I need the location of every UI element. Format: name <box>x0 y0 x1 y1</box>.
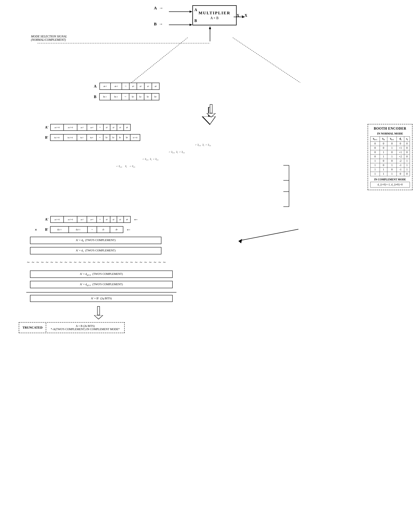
booth-table-cell: 1 <box>371 172 380 176</box>
svg-line-8 <box>131 38 188 83</box>
input-a-label: A → <box>154 6 163 11</box>
complement-mode-title: IN COMPLEMENT MODE <box>370 178 410 181</box>
register-a-prime: A' aq-1=0 aq-2=0 aq-3 aq-4 ~ a3 a2 a1 a0 <box>45 124 131 131</box>
down-arrow-2 <box>94 306 103 320</box>
final-result-box: TRUNCATED A × B (2k BITS) *-A(TWO'S COMP… <box>19 322 125 333</box>
separator-line <box>26 292 176 292</box>
port-a-label: A <box>194 8 197 12</box>
booth-encoder-box: BOOTH ENCODER IN NORMAL MODE b2i+1 b2i b… <box>368 124 413 190</box>
final-content: A × B (2k BITS) *-A(TWO'S COMPLEMENT) IN… <box>46 322 124 333</box>
mode-selection-label: MODE SELECTION SIGNAL (NORMAL/COMPLEMENT… <box>31 35 67 42</box>
product-row-1: A' × d1 (TWO'S COMPLEMENT) <box>30 247 161 254</box>
booth-table-cell: 1 <box>380 167 387 172</box>
booth-table-cell: 0 <box>371 141 380 146</box>
svg-rect-24 <box>210 105 212 113</box>
booth-table: b2i+1 b2i b2i-1 di si 00000001+10010+100… <box>370 136 410 176</box>
register-b-top: B bk-1 bk-2 ~ b3 b2 b1 b0 <box>94 93 159 100</box>
booth-group-2: ⌐ 2i+1 2i ⌐ 2i-1 <box>169 150 185 154</box>
multiplier-title: MULTIPLIER <box>198 11 230 15</box>
booth-table-cell: 1 <box>380 150 387 154</box>
booth-table-cell: 1 <box>387 146 397 150</box>
down-arrow-1 <box>206 104 216 118</box>
booth-table-cell: 0 <box>404 154 410 159</box>
product-row-q2-1: A' × dq/2-1 (TWO'S COMPLEMENT) <box>30 281 173 288</box>
multiply-symbol: × <box>35 227 37 232</box>
product-row-q2-2: A' × dq/2-2 (TWO'S COMPLEMENT) <box>30 271 173 278</box>
svg-marker-3 <box>190 24 192 26</box>
booth-group-4: ⌐ 2i+1 2i ⌐ 2i-1 <box>116 164 135 168</box>
register-a-top: A ak-1 ak-2 ~ a3 a2 a1 a0 <box>94 83 160 90</box>
booth-table-cell: 1 <box>404 163 410 167</box>
register-b-prime: B' bq-1=0 bq-2=0 bq-3 bq-4 ~ b3 b2 b1 b0… <box>45 134 140 141</box>
booth-table-cell: 0 <box>404 150 410 154</box>
booth-table-cell: 1 <box>371 167 380 172</box>
svg-marker-29 <box>95 316 102 319</box>
booth-table-cell: 0 <box>387 159 397 163</box>
booth-table-cell: 0 <box>387 167 397 172</box>
product-row-0: A' × d0 (TWO'S COMPLEMENT) <box>30 237 161 244</box>
booth-table-cell: 0 <box>380 159 387 163</box>
booth-table-cell: -1 <box>397 163 404 167</box>
booth-encoder-title: BOOTH ENCODER <box>370 127 410 131</box>
booth-table-cell: 0 <box>371 146 380 150</box>
booth-group-1: ⌐ 2i+1 2i ⌐ 2i-1 <box>195 143 211 146</box>
register-a-prime-2: A' aq-1=0 aq-2=0 aq-3 an-4 ~ a3 a2 a1 a0… <box>45 216 138 223</box>
register-b-prime-2: B' dq/2-1 dq/2-2 ~ d1 d0 ← <box>45 226 131 233</box>
booth-table-cell: +1 <box>397 146 404 150</box>
truncated-label: TRUNCATED <box>19 323 46 332</box>
booth-table-cell: 0 <box>380 163 387 167</box>
normal-mode-title: IN NORMAL MODE <box>370 132 410 135</box>
booth-table-cell: 1 <box>404 159 410 163</box>
svg-line-19 <box>240 229 298 240</box>
booth-group-3: ⌐ 2i+1 2i ⌐ 2i-1 <box>143 158 158 161</box>
booth-table-cell: 1 <box>371 159 380 163</box>
booth-table-cell: 0 <box>397 172 404 176</box>
booth-table-cell: 1 <box>387 163 397 167</box>
booth-table-cell: 1 <box>380 154 387 159</box>
booth-table-cell: 0 <box>404 141 410 146</box>
booth-table-cell: 0 <box>371 154 380 159</box>
booth-table-cell: -2 <box>397 159 404 163</box>
svg-line-9 <box>233 38 300 83</box>
svg-rect-28 <box>98 307 99 315</box>
booth-table-cell: 0 <box>404 172 410 176</box>
multiplier-formula: A × B <box>198 16 230 20</box>
output-x-end: X <box>245 13 247 18</box>
port-b-label: B <box>194 19 197 23</box>
booth-table-cell: 0 <box>371 150 380 154</box>
multiplier-box: A B MULTIPLIER A × B X → X <box>192 5 237 25</box>
svg-marker-25 <box>207 114 215 117</box>
booth-table-cell: +2 <box>397 154 404 159</box>
svg-marker-20 <box>238 239 242 243</box>
complement-formula: d_{i=0}=-1, d_{i≠0}=0 <box>370 182 410 188</box>
product-row-final: A' × B' (2q BITS) <box>30 295 173 302</box>
svg-marker-1 <box>190 11 192 13</box>
booth-table-cell: 0 <box>380 141 387 146</box>
booth-table-cell: 0 <box>397 141 404 146</box>
input-b-label: B → <box>154 22 163 26</box>
booth-table-cell: +1 <box>397 150 404 154</box>
booth-table-cell: 1 <box>371 163 380 167</box>
booth-table-cell: 1 <box>380 172 387 176</box>
wavy-separator: ～～～～～～～～～～～～～～～～～～～～～～～～～～～～～～ <box>26 259 167 265</box>
booth-table-cell: 1 <box>404 167 410 172</box>
booth-table-cell: 0 <box>380 146 387 150</box>
booth-table-cell: 0 <box>387 150 397 154</box>
svg-marker-7 <box>209 26 211 29</box>
booth-table-cell: 1 <box>387 154 397 159</box>
booth-table-cell: 0 <box>404 146 410 150</box>
booth-table-cell: 0 <box>387 141 397 146</box>
output-x-label: X <box>237 13 239 18</box>
booth-table-cell: -1 <box>397 167 404 172</box>
booth-table-cell: 1 <box>387 172 397 176</box>
page-container: A → B → A B MULTIPLIER A × B X → X MODE … <box>0 0 420 505</box>
